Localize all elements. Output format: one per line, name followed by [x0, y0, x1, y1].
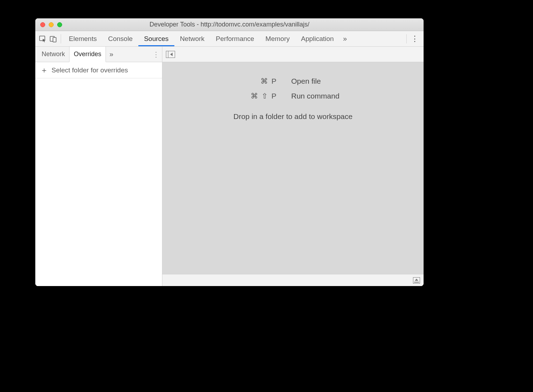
- devtools-window: Developer Tools - http://todomvc.com/exa…: [35, 18, 424, 286]
- tab-label: Sources: [144, 35, 169, 43]
- shortcut-label: Run command: [291, 92, 362, 100]
- more-navigator-tabs-icon[interactable]: »: [106, 47, 117, 62]
- toggle-drawer-icon[interactable]: [413, 277, 420, 284]
- tab-label: Memory: [265, 35, 290, 43]
- separator: [61, 34, 61, 43]
- tab-console[interactable]: Console: [102, 31, 138, 46]
- navigator-panel: Network Overrides » ⋮ ＋ Select folder fo…: [35, 47, 162, 286]
- tab-label: Elements: [69, 35, 97, 43]
- tab-label: Network: [42, 51, 65, 58]
- navigator-empty-area: [35, 78, 162, 286]
- svg-rect-2: [53, 37, 56, 42]
- select-folder-label: Select folder for overrides: [52, 66, 128, 74]
- editor-panel: ⌘ P Open file ⌘ ⇧ P Run command Drop in …: [162, 47, 424, 286]
- tab-memory[interactable]: Memory: [260, 31, 295, 46]
- toggle-device-toolbar-icon[interactable]: [48, 34, 59, 44]
- tab-label: Performance: [216, 35, 254, 43]
- drop-folder-message: Drop in a folder to add to workspace: [233, 112, 352, 121]
- shortcut-keys: ⌘ P: [224, 77, 277, 85]
- titlebar: Developer Tools - http://todomvc.com/exa…: [35, 18, 424, 31]
- navigator-tab-overrides[interactable]: Overrides: [69, 47, 106, 62]
- select-folder-for-overrides-button[interactable]: ＋ Select folder for overrides: [35, 62, 162, 78]
- shortcut-label: Open file: [291, 77, 362, 85]
- tab-label: Application: [301, 35, 334, 43]
- navigator-tab-network[interactable]: Network: [37, 47, 69, 62]
- navigator-tab-strip: Network Overrides » ⋮: [35, 47, 162, 62]
- body: Network Overrides » ⋮ ＋ Select folder fo…: [35, 47, 424, 286]
- inspect-element-icon[interactable]: [37, 34, 48, 44]
- tab-label: Overrides: [74, 51, 101, 58]
- separator: [406, 34, 407, 43]
- main-tab-strip: Elements Console Sources Network Perform…: [35, 31, 424, 47]
- tab-network[interactable]: Network: [174, 31, 210, 46]
- tab-label: Console: [108, 35, 133, 43]
- editor-empty-state: ⌘ P Open file ⌘ ⇧ P Run command Drop in …: [162, 62, 424, 274]
- toggle-navigator-icon[interactable]: [166, 51, 175, 58]
- editor-toolbar: [162, 47, 424, 62]
- navigator-menu-icon[interactable]: ⋮: [150, 47, 162, 62]
- tab-performance[interactable]: Performance: [210, 31, 260, 46]
- plus-icon: ＋: [40, 66, 48, 74]
- tab-sources[interactable]: Sources: [138, 31, 174, 46]
- tab-application[interactable]: Application: [295, 31, 340, 46]
- customize-devtools-icon[interactable]: ⋮: [409, 34, 420, 43]
- window-title: Developer Tools - http://todomvc.com/exa…: [35, 21, 424, 28]
- shortcut-row: ⌘ P Open file: [224, 77, 362, 85]
- tab-label: Network: [180, 35, 205, 43]
- editor-statusbar: [162, 274, 424, 286]
- more-tabs-icon[interactable]: »: [340, 35, 351, 43]
- shortcut-row: ⌘ ⇧ P Run command: [224, 92, 362, 100]
- shortcut-keys: ⌘ ⇧ P: [224, 92, 277, 100]
- tab-elements[interactable]: Elements: [63, 31, 102, 46]
